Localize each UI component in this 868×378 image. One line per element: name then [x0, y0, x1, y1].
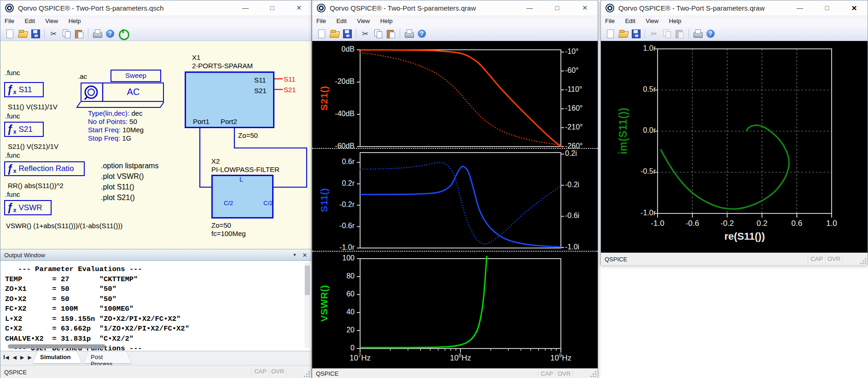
menu-edit[interactable]: Edit [621, 16, 639, 24]
close-button[interactable]: ✕ [575, 0, 595, 16]
func-block-s21[interactable]: ƒx S21 [4, 122, 44, 137]
minimize-button[interactable]: — [519, 0, 540, 16]
ac-param-stop[interactable]: Stop Freq: 1G [88, 134, 131, 142]
close-button[interactable]: ✕ [289, 0, 309, 16]
ac-sweep-tab[interactable]: Sweep [111, 70, 161, 82]
func-body-s21[interactable]: S21() V(S21)/1V [8, 142, 58, 150]
func-body-s11[interactable]: S11() V(S11)/1V [8, 103, 58, 111]
menu-edit[interactable]: Edit [20, 16, 39, 24]
menu-view[interactable]: View [353, 16, 374, 24]
func-block-s11[interactable]: ƒx S11 [4, 82, 44, 97]
x1-refdes[interactable]: X1 [192, 53, 200, 61]
tab-simulation[interactable]: Simulation [33, 351, 82, 363]
pane-separator[interactable] [312, 251, 598, 252]
plot-pane-s21[interactable] [356, 48, 565, 148]
cut-icon[interactable]: ✂ [360, 28, 371, 39]
plot-pane-s11-locus[interactable] [651, 42, 836, 220]
func-body-vswr[interactable]: VSWR() (1+abs(S11()))/(1-abs(S11())) [6, 222, 122, 230]
print-icon[interactable] [692, 28, 703, 39]
minimize-button[interactable]: — [235, 0, 256, 16]
open-file-icon[interactable] [17, 28, 28, 39]
copy-icon[interactable] [373, 28, 384, 39]
maximize-button[interactable]: □ [817, 0, 837, 16]
menu-view[interactable]: View [41, 16, 62, 24]
x2-type[interactable]: PI-LOWPASS-FILTER [211, 165, 280, 173]
paste-icon[interactable] [74, 28, 85, 39]
output-collapse-icon[interactable]: ▼ [290, 249, 299, 261]
func-block-vswr[interactable]: ƒx VSWR [4, 200, 52, 215]
save-icon[interactable] [342, 28, 353, 39]
directive-func-3[interactable]: .func [5, 151, 20, 159]
menu-help[interactable]: Help [665, 16, 686, 24]
x2-param-fc[interactable]: fc=100Meg [211, 230, 246, 237]
copy-icon[interactable] [61, 28, 72, 39]
minimize-button[interactable]: — [790, 0, 810, 16]
titlebar-schematic[interactable]: Qorvo QSPICE® - Two-Port S-parameters.qs… [0, 0, 311, 16]
resize-grip[interactable] [304, 371, 310, 377]
directive-plot-s21[interactable]: .plot S21() [101, 194, 135, 202]
directive-func-2[interactable]: .func [5, 112, 20, 120]
menu-file[interactable]: File [601, 16, 619, 24]
cut-icon[interactable]: ✂ [48, 28, 59, 39]
help-icon[interactable] [705, 28, 716, 39]
maximize-button[interactable]: □ [547, 0, 567, 16]
close-button[interactable]: ✕ [844, 0, 864, 16]
x2-param-zo[interactable]: Zo=50 [211, 221, 231, 229]
menu-file[interactable]: File [0, 16, 18, 24]
func-block-reflection-ratio[interactable]: ƒx Reflection Ratio [4, 161, 85, 176]
output-vertical-scrollbar[interactable] [304, 263, 310, 348]
resize-grip[interactable] [860, 258, 867, 264]
ac-block[interactable]: AC [81, 83, 164, 102]
run-simulation-icon[interactable] [117, 28, 128, 39]
menu-help[interactable]: Help [64, 16, 85, 24]
resize-grip[interactable] [590, 371, 597, 377]
maximize-button[interactable]: □ [262, 0, 282, 16]
ac-param-type[interactable]: Type(lin,dec): dec [88, 109, 142, 117]
help-icon[interactable] [105, 28, 116, 39]
func-body-rr[interactable]: RR() abs(S11())^2 [8, 182, 64, 189]
titlebar-polar[interactable]: Qorvo QSPICE® - Two-Port S-parameters.qr… [601, 0, 868, 16]
print-icon[interactable] [92, 28, 103, 39]
print-icon[interactable] [403, 28, 414, 39]
directive-ac[interactable]: .ac [78, 72, 87, 80]
ac-param-start[interactable]: Start Freq: 10Meg [88, 126, 144, 134]
directive-plot-vswr[interactable]: .plot VSWR() [101, 172, 144, 181]
directive-plot-s11[interactable]: .plot S11() [101, 183, 134, 191]
directive-func-1[interactable]: .func [5, 69, 20, 77]
first-tab-icon[interactable]: ◀ [3, 354, 12, 360]
new-file-icon[interactable] [605, 28, 616, 39]
save-icon[interactable] [630, 28, 641, 39]
output-close-icon[interactable]: ✕ [300, 249, 309, 261]
x1-type[interactable]: 2-PORTS-SPARAM [192, 62, 253, 70]
directive-option[interactable]: .option listparams [101, 162, 158, 170]
new-file-icon[interactable] [4, 28, 15, 39]
menu-file[interactable]: File [312, 16, 330, 24]
open-file-icon[interactable] [618, 28, 629, 39]
menu-view[interactable]: View [641, 16, 663, 24]
open-file-icon[interactable] [329, 28, 340, 39]
menu-help[interactable]: Help [376, 16, 397, 24]
plot-pane-vswr[interactable] [356, 256, 565, 354]
net-label-s21[interactable]: S21 [284, 86, 296, 94]
prev-tab-icon[interactable]: ◀ [12, 354, 20, 360]
ac-param-points[interactable]: No of Points: 50 [88, 118, 137, 125]
x2-refdes[interactable]: X2 [211, 157, 220, 165]
x1-param-zo[interactable]: Zo=50 [238, 131, 258, 139]
net-label-s11[interactable]: S11 [284, 75, 296, 83]
directive-func-4[interactable]: .func [5, 190, 20, 198]
output-window-header[interactable]: Output Window ▼ ✕ [0, 249, 311, 261]
pane-separator[interactable] [312, 148, 598, 149]
tab-post-process[interactable]: Post Process [83, 351, 131, 363]
tick-label: 0.0r [629, 126, 656, 135]
plot-pane-s11[interactable] [356, 151, 565, 250]
menu-edit[interactable]: Edit [332, 16, 350, 24]
schematic-canvas[interactable]: .func ƒx S11 S11() V(S11)/1V .func ƒx S2… [0, 41, 311, 249]
output-horizontal-scrollbar[interactable] [8, 344, 105, 348]
paste-icon[interactable] [385, 28, 396, 39]
new-file-icon[interactable] [316, 28, 327, 39]
titlebar-waveform[interactable]: Qorvo QSPICE® - Two-Port S-parameters.qr… [312, 0, 598, 16]
save-icon[interactable] [30, 28, 41, 39]
next-tab-icon[interactable]: ▶ [20, 354, 28, 360]
help-icon[interactable] [416, 28, 427, 39]
scrollbar-thumb[interactable] [305, 266, 310, 295]
